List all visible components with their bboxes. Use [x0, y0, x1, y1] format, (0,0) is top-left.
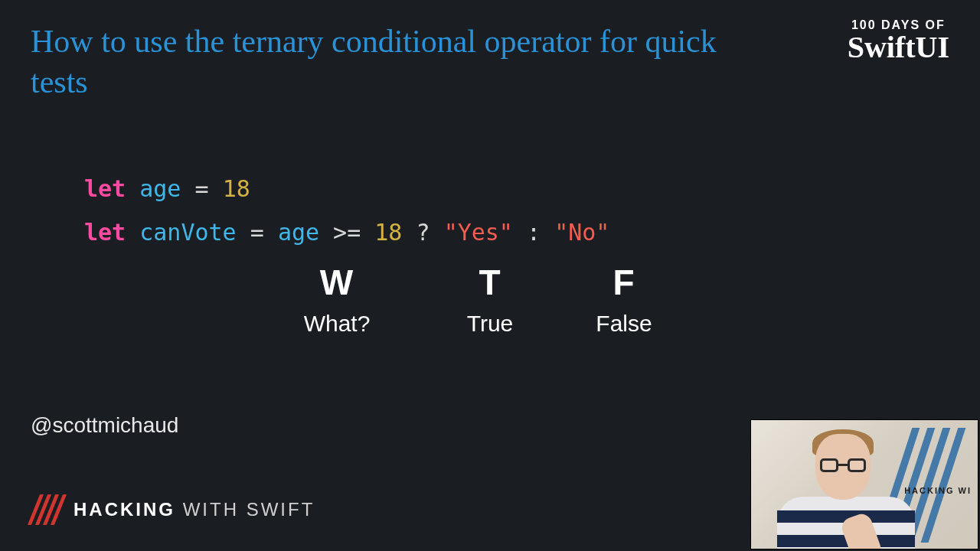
slide-title: How to use the ternary conditional opera… — [31, 21, 720, 102]
number-literal: 18 — [223, 175, 250, 202]
footer-light: WITH SWIFT — [175, 499, 315, 520]
wtf-col-what: W What? — [253, 262, 421, 337]
number-literal: 18 — [374, 219, 402, 246]
footer-brand-text: HACKING WITH SWIFT — [74, 499, 315, 520]
wtf-word-true: True — [421, 311, 559, 337]
string-no: "No" — [554, 219, 609, 246]
footer-brand: HACKING WITH SWIFT — [31, 494, 315, 525]
gte-op: >= — [319, 219, 374, 246]
code-example: let age = 18 let canVote = age >= 18 ? "… — [84, 167, 609, 254]
hws-slash-icon — [31, 494, 61, 525]
equals-op: = — [181, 175, 222, 202]
wtf-mnemonic: W What? T True F False — [253, 262, 689, 337]
keyword-let: let — [84, 219, 126, 246]
keyword-let: let — [84, 175, 126, 202]
wtf-word-what: What? — [253, 311, 421, 337]
colon-op: : — [513, 219, 554, 246]
identifier-age: age — [278, 219, 319, 246]
string-yes: "Yes" — [444, 219, 513, 246]
presenter-webcam: HACKING WI — [750, 419, 978, 549]
presenter-figure — [762, 423, 915, 549]
brand-badge: 100 DAYS OF SwiftUI — [848, 18, 949, 63]
wtf-letter-f: F — [559, 262, 689, 303]
footer-bold: HACKING — [74, 499, 175, 520]
attribution-handle: @scottmichaud — [31, 413, 178, 438]
question-op: ? — [402, 219, 443, 246]
identifier-canvote: canVote — [139, 219, 236, 246]
identifier-age: age — [139, 175, 181, 202]
wtf-col-false: F False — [559, 262, 689, 337]
wtf-letter-w: W — [253, 262, 421, 303]
wtf-col-true: T True — [421, 262, 559, 337]
wtf-letter-t: T — [421, 262, 559, 303]
wtf-word-false: False — [559, 311, 689, 337]
brand-bottom-text: SwiftUI — [848, 32, 949, 63]
equals-op: = — [237, 219, 278, 246]
